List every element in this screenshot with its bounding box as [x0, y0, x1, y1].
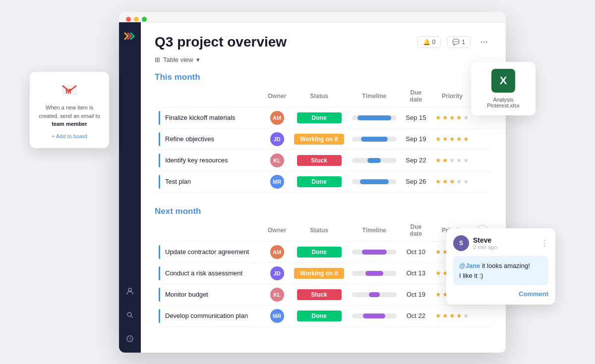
- status-badge[interactable]: Done: [297, 311, 342, 321]
- excel-widget: X Analysis Pinterest.xlsx: [471, 62, 536, 115]
- timeline-bar: [352, 250, 397, 255]
- task-border: [159, 132, 160, 146]
- status-badge[interactable]: Stuck: [297, 289, 342, 300]
- star-filled: ★: [435, 312, 441, 319]
- task-duedate-cell: Sep 26: [401, 171, 431, 192]
- more-options-button[interactable]: ···: [476, 35, 492, 49]
- col-duedate: Due date: [401, 87, 431, 107]
- status-badge[interactable]: Done: [297, 176, 342, 187]
- task-duedate-cell: Sep 22: [401, 150, 431, 171]
- task-name: Update contractor agreement: [165, 248, 249, 256]
- task-timeline-cell: [348, 284, 401, 305]
- help-icon[interactable]: ?: [123, 332, 137, 346]
- star-filled: ★: [456, 114, 462, 121]
- task-border: [159, 309, 160, 323]
- gmail-icon: M: [60, 81, 78, 99]
- col-task: [155, 221, 264, 242]
- task-status-cell: Done: [290, 241, 348, 262]
- table-row: Refine objectives JD Working on it Sep 1…: [155, 128, 492, 150]
- owner-avatar: KL: [270, 288, 284, 302]
- timeline-bar: [352, 115, 397, 120]
- user-icon[interactable]: [123, 284, 137, 298]
- task-border: [159, 111, 160, 125]
- comment-more-button[interactable]: ⋮: [540, 239, 548, 248]
- maximize-dot[interactable]: [142, 17, 147, 22]
- timeline-fill: [360, 179, 389, 184]
- due-date: Oct 13: [407, 269, 425, 277]
- owner-avatar: JD: [270, 266, 284, 280]
- minimize-dot[interactable]: [134, 17, 139, 22]
- col-timeline: Timeline: [348, 87, 401, 107]
- task-extra-cell: [473, 305, 492, 326]
- task-name: Develop communication plan: [165, 312, 248, 319]
- timeline-bar: [352, 137, 397, 142]
- task-priority-cell: ★★★★★: [431, 305, 473, 326]
- star-empty: ★: [456, 156, 462, 164]
- owner-avatar: AM: [270, 245, 284, 259]
- star-filled: ★: [442, 114, 448, 121]
- task-timeline-cell: [348, 107, 401, 128]
- timeline-fill: [361, 137, 388, 142]
- gmail-add-button[interactable]: + Add to board: [37, 133, 102, 139]
- task-owner-cell: AM: [264, 241, 290, 262]
- priority-stars: ★★★★★: [435, 312, 469, 319]
- timeline-bar: [352, 271, 397, 276]
- comment-author-avatar: S: [453, 235, 469, 251]
- table-header: Owner Status Timeline Due date Priority …: [155, 87, 492, 107]
- task-timeline-cell: [348, 128, 401, 150]
- timeline-fill: [369, 292, 380, 297]
- task-extra-cell: [473, 171, 492, 192]
- star-empty: ★: [463, 178, 469, 185]
- task-duedate-cell: Oct 13: [401, 262, 431, 284]
- view-selector[interactable]: ⊞ Table view ▾: [155, 56, 492, 63]
- col-duedate: Due date: [401, 221, 431, 242]
- close-dot[interactable]: [126, 17, 131, 22]
- task-priority-cell: ★★★★★: [431, 128, 473, 150]
- task-status-cell: Done: [290, 305, 348, 326]
- timeline-bar: [352, 292, 397, 297]
- task-border: [159, 245, 160, 259]
- owner-avatar: MR: [270, 175, 284, 189]
- task-status-cell: Stuck: [290, 284, 348, 305]
- comments-button[interactable]: 💬 1: [447, 36, 471, 48]
- status-badge[interactable]: Done: [297, 247, 342, 258]
- star-filled: ★: [435, 291, 441, 298]
- task-duedate-cell: Sep 19: [401, 128, 431, 150]
- comment-widget: S Steve 2 min ago ⋮ @Jane it looks amazi…: [446, 228, 555, 305]
- comment-body: @Jane it looks amazing!I like it :): [453, 256, 548, 285]
- task-name-cell: Refine objectives: [155, 128, 264, 150]
- task-name: Conduct a risk assessment: [165, 269, 242, 277]
- task-priority-cell: ★★★★★: [431, 171, 473, 192]
- search-icon[interactable]: [123, 308, 137, 322]
- star-filled: ★: [456, 135, 462, 143]
- owner-avatar: AM: [270, 111, 284, 125]
- task-priority-cell: ★★★★★: [431, 150, 473, 171]
- svg-text:M: M: [65, 87, 71, 95]
- priority-stars: ★★★★★: [435, 114, 469, 121]
- task-timeline-cell: [348, 305, 401, 326]
- timeline-bar: [352, 179, 397, 184]
- browser-chrome: [119, 12, 506, 22]
- task-table: Owner Status Timeline Due date Priority …: [155, 221, 492, 327]
- star-filled: ★: [435, 269, 441, 277]
- star-filled: ★: [449, 312, 455, 319]
- star-filled: ★: [435, 178, 441, 185]
- task-owner-cell: MR: [264, 171, 290, 192]
- timeline-fill: [365, 271, 383, 276]
- status-badge[interactable]: Stuck: [297, 155, 342, 166]
- reactions-button[interactable]: 🔔 0: [417, 36, 441, 48]
- task-owner-cell: JD: [264, 128, 290, 150]
- status-badge[interactable]: Working on it: [294, 134, 344, 145]
- owner-avatar: KL: [270, 154, 284, 167]
- status-badge[interactable]: Working on it: [294, 268, 344, 279]
- gmail-recipient: team member: [52, 121, 87, 127]
- star-empty: ★: [449, 156, 455, 164]
- timeline-fill: [362, 250, 387, 255]
- task-extra-cell: [473, 128, 492, 150]
- status-badge[interactable]: Done: [297, 112, 342, 123]
- task-name: Refine objectives: [165, 135, 214, 143]
- task-status-cell: Done: [290, 171, 348, 192]
- task-name-cell: Conduct a risk assessment: [155, 262, 264, 284]
- comment-action-button[interactable]: Comment: [453, 290, 548, 298]
- task-name: Identify key resources: [165, 156, 228, 164]
